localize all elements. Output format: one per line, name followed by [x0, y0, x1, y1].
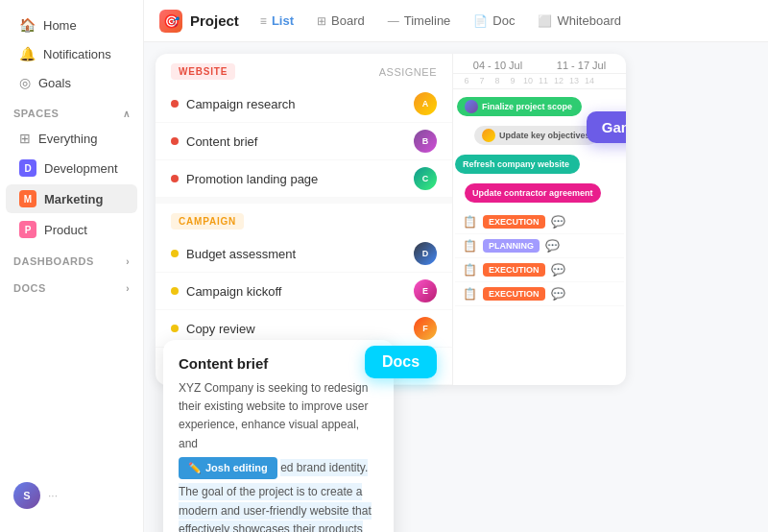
gantt-tooltip: Gantt [587, 111, 626, 143]
gantt-day: 11 [536, 76, 551, 85]
sidebar-item-everything[interactable]: ⊞ Everything [6, 125, 137, 152]
sidebar-item-label: Product [44, 223, 87, 237]
docs-card-title: Content brief [179, 355, 378, 372]
bell-icon: 🔔 [19, 46, 36, 61]
sidebar-item-notifications[interactable]: 🔔 Notifications [6, 40, 137, 67]
user-avatar[interactable]: S [13, 482, 40, 509]
gantt-period1: 04 - 10 Jul [461, 60, 535, 71]
doc-icon: 📄 [473, 14, 488, 28]
more-icon: ··· [48, 489, 58, 502]
calendar-icon: 📋 [463, 239, 477, 253]
calendar-icon: 📋 [463, 263, 477, 277]
sidebar-bottom: S ··· [0, 471, 143, 520]
task-bullet [171, 100, 179, 108]
home-icon: 🏠 [19, 17, 36, 33]
task-avatar: D [414, 242, 437, 265]
website-header: WEBSITE ASSIGNEE [156, 54, 452, 85]
pencil-icon: ✏️ [188, 460, 202, 477]
timeline-icon: — [388, 14, 399, 28]
sidebar-item-label: Everything [38, 132, 97, 146]
status-badge: EXECUTION [483, 287, 545, 301]
main-area: 🎯 Project ≡ List ⊞ Board — Timeline 📄 Do… [144, 0, 768, 532]
sidebar-item-label: Marketing [44, 192, 103, 206]
gantt-bar-3: Refresh company website [455, 155, 580, 174]
task-row[interactable]: Budget assessment D [156, 235, 452, 273]
gantt-bar-4: Update contractor agreement [465, 183, 601, 203]
chevron-icon: › [126, 256, 130, 267]
website-badge: WEBSITE [171, 63, 235, 80]
tab-board[interactable]: ⊞ Board [307, 10, 374, 32]
chat-icon: 💬 [545, 239, 560, 253]
chat-icon: 💬 [551, 215, 565, 229]
task-bullet [171, 250, 179, 257]
gantt-bar-2: Update key objectives [474, 126, 598, 145]
docs-badge: Docs [365, 346, 437, 378]
sidebar-item-development[interactable]: D Development [6, 154, 137, 182]
status-row: 📋 PLANNING 💬 [455, 234, 624, 258]
task-name: Content brief [186, 134, 406, 149]
task-row[interactable]: Campaign research A [156, 85, 452, 123]
gantt-section: 04 - 10 Jul 11 - 17 Jul 6 7 8 9 10 11 12… [453, 54, 626, 385]
prod-dot: P [19, 221, 36, 238]
top-navigation: 🎯 Project ≡ List ⊞ Board — Timeline 📄 Do… [144, 0, 768, 42]
task-name: Budget assessment [186, 247, 406, 261]
dev-dot: D [19, 159, 36, 177]
task-row[interactable]: Content brief B [156, 123, 452, 160]
status-row: 📋 EXECUTION 💬 [455, 210, 624, 234]
task-list: WEBSITE ASSIGNEE Campaign research A Con… [156, 54, 453, 385]
chevron-icon: ∧ [123, 109, 131, 119]
gantt-period2: 11 - 17 Jul [544, 60, 618, 71]
sidebar-item-marketing[interactable]: M Marketing [6, 184, 137, 213]
chevron-icon: › [126, 283, 130, 294]
sidebar-item-goals[interactable]: ◎ Goals [6, 69, 137, 96]
task-bullet [171, 287, 179, 295]
task-name: Campaign research [186, 97, 406, 111]
content-area: WEBSITE ASSIGNEE Campaign research A Con… [144, 42, 768, 532]
assignee-header: ASSIGNEE [379, 66, 437, 78]
spaces-section: Spaces ∧ [0, 98, 143, 123]
gantt-day: 13 [566, 76, 582, 85]
sidebar-item-label: Development [44, 161, 118, 176]
task-row[interactable]: Promotion landing page C [156, 160, 452, 198]
docs-card: Content brief XYZ Company is seeking to … [163, 340, 394, 532]
status-badge: EXECUTION [483, 263, 545, 277]
task-name: Campaign kickoff [186, 284, 406, 299]
status-badge: EXECUTION [483, 215, 545, 229]
tab-doc[interactable]: 📄 Doc [464, 10, 524, 32]
gantt-day: 9 [505, 76, 520, 85]
task-avatar: F [414, 317, 437, 340]
sidebar-item-label: Notifications [43, 47, 111, 61]
gantt-day: 6 [459, 76, 474, 85]
mkt-dot: M [19, 190, 36, 207]
tab-whiteboard[interactable]: ⬜ Whiteboard [528, 10, 630, 32]
sidebar-item-label: Home [43, 18, 77, 33]
task-name: Promotion landing page [186, 172, 406, 186]
project-title: Project [190, 12, 239, 29]
gantt-day: 10 [520, 76, 536, 85]
task-gantt-card: WEBSITE ASSIGNEE Campaign research A Con… [156, 54, 626, 385]
task-row[interactable]: Campaign kickoff E [156, 273, 452, 310]
sidebar-item-label: Goals [38, 76, 71, 90]
docs-section[interactable]: Docs › [0, 273, 143, 298]
tab-timeline[interactable]: — Timeline [378, 10, 461, 32]
status-badge: PLANNING [483, 239, 540, 253]
task-bullet [171, 137, 179, 145]
docs-card-text: XYZ Company is seeking to redesign their… [179, 379, 378, 532]
josh-editing-bar[interactable]: ✏️ Josh editing [179, 457, 277, 480]
whiteboard-icon: ⬜ [538, 14, 552, 28]
dashboards-section[interactable]: Dashboards › [0, 246, 143, 271]
campaign-badge: CAMPAIGN [171, 213, 244, 230]
gantt-day: 14 [582, 76, 597, 85]
task-avatar: A [414, 92, 437, 115]
chat-icon: 💬 [551, 287, 565, 301]
sidebar-item-home[interactable]: 🏠 Home [6, 12, 137, 38]
board-icon: ⊞ [317, 14, 326, 28]
task-bullet [171, 325, 179, 332]
task-avatar: B [414, 130, 437, 153]
goals-icon: ◎ [19, 75, 31, 90]
chat-icon: 💬 [551, 263, 565, 277]
tab-list[interactable]: ≡ List [251, 10, 303, 32]
project-icon: 🎯 [159, 10, 182, 33]
list-icon: ≡ [260, 14, 267, 28]
sidebar-item-product[interactable]: P Product [6, 215, 137, 244]
